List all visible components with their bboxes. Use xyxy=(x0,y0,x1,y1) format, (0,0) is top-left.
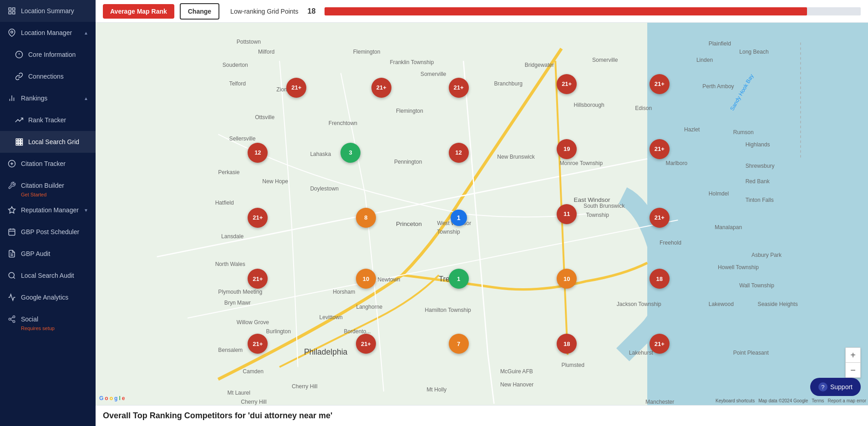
map-pin-location[interactable]: 1 xyxy=(451,210,467,226)
change-button[interactable]: Change xyxy=(180,3,219,20)
low-ranking-count: 18 xyxy=(308,7,316,15)
map-pin[interactable]: 21+ xyxy=(650,208,670,228)
support-button[interactable]: ? Support xyxy=(810,378,861,396)
map-pin[interactable]: 21+ xyxy=(650,74,670,94)
map-pin[interactable]: 12 xyxy=(449,143,469,163)
star-icon xyxy=(7,205,16,215)
map-pin[interactable]: 21+ xyxy=(248,269,268,289)
grid-icon xyxy=(7,6,16,15)
link-icon xyxy=(15,72,24,81)
sidebar-item-label: Rank Tracker xyxy=(28,116,88,124)
chevron-icon: ▲ xyxy=(84,96,88,101)
map-data-credit: Map data ©2024 Google xyxy=(758,398,808,403)
sidebar-item-label: Social xyxy=(21,316,88,323)
map-pin[interactable]: 12 xyxy=(248,143,268,163)
sidebar-item-google-analytics[interactable]: Google Analytics xyxy=(0,286,96,308)
svg-point-32 xyxy=(13,321,15,323)
terms-link[interactable]: Terms xyxy=(812,398,824,403)
svg-point-30 xyxy=(13,316,15,318)
sidebar-item-core-information[interactable]: Core Information xyxy=(0,44,96,65)
search-audit-icon xyxy=(7,271,16,280)
map-pin[interactable]: 21+ xyxy=(371,78,391,98)
svg-rect-12 xyxy=(19,139,20,140)
svg-rect-11 xyxy=(16,139,18,140)
bottom-title-text: Overall Top Ranking Competitors for 'dui… xyxy=(103,411,332,420)
svg-rect-3 xyxy=(13,12,15,14)
map-pin[interactable]: 10 xyxy=(356,269,376,289)
map-pin[interactable]: 21+ xyxy=(286,78,306,98)
audit-icon xyxy=(7,249,16,258)
map-pin[interactable]: 3 xyxy=(340,143,360,163)
svg-rect-15 xyxy=(19,141,20,143)
sidebar-item-location-manager[interactable]: Location Manager ▲ xyxy=(0,22,96,44)
svg-line-29 xyxy=(13,277,15,278)
chevron-icon: ▼ xyxy=(84,208,88,213)
svg-rect-2 xyxy=(9,12,11,14)
map-pin[interactable]: 21+ xyxy=(248,334,268,354)
trending-icon xyxy=(15,115,24,125)
map-container[interactable]: Philadelphia Trenton Princeton East Wind… xyxy=(96,23,868,405)
sidebar-item-local-search-audit[interactable]: Local Search Audit xyxy=(0,265,96,286)
avg-rank-button[interactable]: Average Map Rank xyxy=(103,4,174,19)
map-pin[interactable]: 21+ xyxy=(248,208,268,228)
sidebar-item-gbp-audit[interactable]: GBP Audit xyxy=(0,243,96,265)
map-pin[interactable]: 11 xyxy=(557,204,577,224)
bottom-title: Overall Top Ranking Competitors for 'dui… xyxy=(96,405,868,426)
sidebar-item-label: Local Search Grid xyxy=(28,138,88,145)
map-pin[interactable]: 10 xyxy=(557,269,577,289)
zoom-in-button[interactable]: + xyxy=(846,348,860,362)
sidebar-item-rankings[interactable]: Rankings ▲ xyxy=(0,87,96,109)
keyboard-shortcuts[interactable]: Keyboard shortcuts xyxy=(716,398,755,403)
map-pin[interactable]: 19 xyxy=(557,139,577,159)
map-pins: 21+ 21+ 21+ 21+ 21+ 12 3 12 19 21+ 21+ 8… xyxy=(96,23,868,405)
calendar-icon xyxy=(7,227,16,236)
sidebar-item-label: GBP Audit xyxy=(21,250,88,257)
support-label: Support xyxy=(830,383,853,391)
google-logo: Google xyxy=(99,395,125,401)
svg-line-34 xyxy=(10,317,13,319)
map-pin[interactable]: 21+ xyxy=(449,78,469,98)
report-link[interactable]: Report a map error xyxy=(828,398,866,403)
sidebar-item-label: Location Manager xyxy=(21,29,79,36)
sidebar-item-label: Google Analytics xyxy=(21,294,88,301)
map-pin-icon xyxy=(7,28,16,37)
zoom-out-button[interactable]: − xyxy=(846,363,860,377)
sidebar: Location Summary Location Manager ▲ Core… xyxy=(0,0,96,426)
svg-rect-13 xyxy=(21,139,23,140)
sidebar-item-local-search-grid[interactable]: Local Search Grid xyxy=(0,131,96,153)
sidebar-item-gbp-post-scheduler[interactable]: GBP Post Scheduler xyxy=(0,221,96,243)
sidebar-item-social[interactable]: Social Requires setup xyxy=(0,308,96,333)
sidebar-item-citation-builder[interactable]: Citation Builder Get Started xyxy=(0,175,96,199)
svg-point-31 xyxy=(9,318,11,321)
sidebar-item-label: Location Summary xyxy=(21,7,88,15)
map-pin[interactable]: 21+ xyxy=(650,334,670,354)
sidebar-item-label: Citation Tracker xyxy=(21,160,88,167)
map-pin[interactable]: 7 xyxy=(449,334,469,354)
sidebar-item-connections[interactable]: Connections xyxy=(0,65,96,87)
sidebar-item-label: Rankings xyxy=(21,95,79,102)
sidebar-item-rank-tracker[interactable]: Rank Tracker xyxy=(0,109,96,131)
sidebar-item-label: GBP Post Scheduler xyxy=(21,228,88,236)
bar-chart-icon xyxy=(7,94,16,103)
sidebar-item-location-summary[interactable]: Location Summary xyxy=(0,0,96,22)
social-sublabel: Requires setup xyxy=(21,326,55,331)
map-pin[interactable]: 21+ xyxy=(356,334,376,354)
info-icon xyxy=(15,50,24,59)
svg-rect-19 xyxy=(21,144,23,145)
sidebar-item-citation-tracker[interactable]: Citation Tracker xyxy=(0,153,96,175)
svg-rect-14 xyxy=(16,141,18,143)
zoom-controls: + − xyxy=(845,347,861,378)
main-content: Average Map Rank Change Low-ranking Grid… xyxy=(96,0,868,426)
sidebar-item-reputation-manager[interactable]: Reputation Manager ▼ xyxy=(0,199,96,221)
map-pin[interactable]: 18 xyxy=(557,334,577,354)
map-pin[interactable]: 21+ xyxy=(650,139,670,159)
map-pin[interactable]: 8 xyxy=(356,208,376,228)
topbar: Average Map Rank Change Low-ranking Grid… xyxy=(96,0,868,23)
svg-rect-22 xyxy=(9,229,15,236)
svg-rect-16 xyxy=(21,141,23,143)
map-pin[interactable]: 18 xyxy=(650,269,670,289)
svg-rect-18 xyxy=(19,144,20,145)
low-ranking-bar-container xyxy=(325,7,861,15)
map-pin[interactable]: 1 xyxy=(449,269,469,289)
map-pin[interactable]: 21+ xyxy=(557,74,577,94)
